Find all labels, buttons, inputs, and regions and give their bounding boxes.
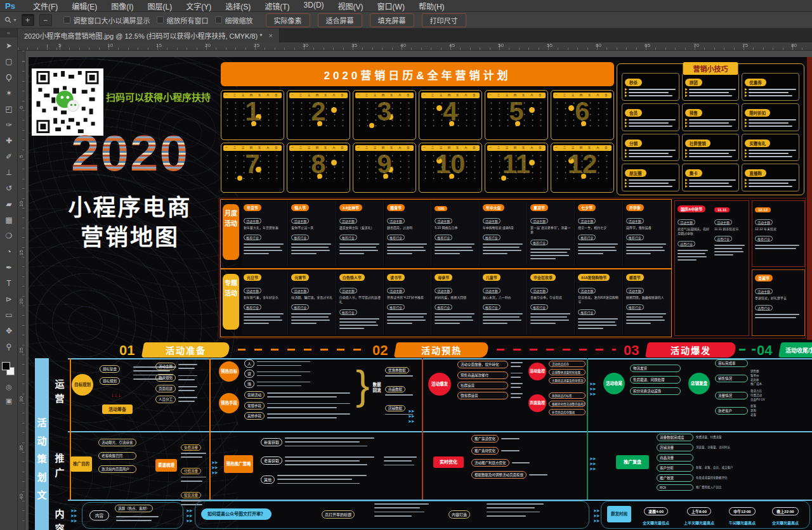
- menu-item[interactable]: 图像(I): [111, 1, 133, 11]
- row-divider: [68, 431, 812, 432]
- promo-title: 国庆&中秋节: [678, 205, 705, 212]
- item-text-lines: [257, 370, 313, 377]
- review-sub-text: 免费流量、付费流量: [696, 436, 722, 440]
- menu-item[interactable]: 窗口(W): [377, 1, 405, 11]
- tool-button[interactable]: ▦: [0, 212, 18, 228]
- option-button[interactable]: 适合屏幕: [318, 13, 362, 27]
- flow-arrows-icon: [408, 409, 414, 424]
- menu-item[interactable]: 帮助(H): [419, 1, 445, 11]
- option-checkbox[interactable]: 调整窗口大小以满屏显示: [63, 15, 150, 25]
- ruler-tick-label: 15: [18, 207, 24, 255]
- menu-item[interactable]: 滤镜(T): [265, 1, 289, 11]
- ruler-tick-label: 10: [107, 42, 156, 48]
- node-activity-prep: 活动筹备: [102, 404, 133, 414]
- tip-text-lines: [745, 89, 796, 96]
- poster-right-border: [807, 57, 812, 340]
- item-text-lines: [512, 461, 531, 465]
- industry-tag: 推荐行业: [291, 235, 309, 240]
- review-sub-text: 销售额 客单价 毛利率 推广成本: [750, 370, 806, 387]
- option-button[interactable]: 打印尺寸: [422, 13, 466, 27]
- column-border: [70, 358, 71, 500]
- tool-button[interactable]: ▢: [0, 53, 18, 69]
- option-checkbox[interactable]: 细微缩放: [215, 15, 253, 25]
- option-checkbox[interactable]: 缩放所有窗口: [157, 15, 209, 25]
- item-text-lines: [529, 473, 548, 477]
- ruler-tick-label: 80: [791, 42, 812, 48]
- industry-text-lines: [530, 249, 572, 259]
- closing-item: 物流发货: [630, 365, 681, 372]
- color-swatches[interactable]: [0, 361, 18, 380]
- time-note: 午间曝光最高点: [723, 520, 762, 526]
- ruler-tick-label: 55: [547, 42, 596, 48]
- tool-preset-dropdown-icon[interactable]: ▾: [14, 17, 16, 23]
- phase-banner-3: 活动爆发: [645, 342, 737, 358]
- tool-button[interactable]: ➤: [0, 37, 18, 53]
- scan-hint-text: 扫码可以获得小程序扶持: [106, 90, 211, 103]
- screen-mode-icon[interactable]: ▣: [0, 394, 18, 408]
- menu-item[interactable]: 选择(S): [225, 1, 251, 11]
- activity-title: 818发烧购物节: [578, 274, 610, 281]
- option-button[interactable]: 实际像素: [266, 13, 310, 27]
- checkbox-icon[interactable]: [215, 16, 222, 23]
- menu-item[interactable]: 文字(Y): [186, 1, 211, 11]
- tool-button[interactable]: Ϙ: [0, 69, 18, 85]
- tool-button[interactable]: T: [0, 275, 18, 291]
- industry-tag: 推荐行业: [387, 235, 405, 240]
- theme-text: 年中购物狂欢 盛典6月: [483, 226, 525, 230]
- industry-text-lines: [387, 313, 429, 324]
- foreground-color-swatch[interactable]: [2, 362, 10, 370]
- tool-button[interactable]: ✥: [0, 323, 18, 339]
- zoom-in-button[interactable]: +: [22, 14, 34, 26]
- sub-branch-lines: [384, 455, 419, 467]
- tool-button[interactable]: ▰: [0, 196, 18, 212]
- checkbox-icon[interactable]: [157, 16, 164, 23]
- tool-button[interactable]: ✚: [0, 132, 18, 148]
- canvas-area[interactable]: 扫码可以获得小程序扶持 2020 小程序电商 营销地图 2020营销日历&全年营…: [25, 51, 812, 530]
- document-tab[interactable]: 2020小程序电商营销地图.jpg @ 12.5% (扫码可以获得小程序扶持, …: [18, 29, 280, 42]
- tip-label: 限时折扣: [745, 109, 770, 117]
- theme-text: 新年新气象，全年好彩头: [244, 295, 285, 300]
- item-text-lines: [178, 396, 199, 403]
- menu-item[interactable]: 视图(V): [338, 1, 363, 11]
- tool-button[interactable]: ❍: [0, 228, 18, 243]
- tool-button[interactable]: ⊳: [0, 291, 18, 307]
- tool-button[interactable]: ◰: [0, 101, 18, 117]
- tool-button[interactable]: ✐: [0, 148, 18, 164]
- menu-item[interactable]: 图层(L): [148, 1, 173, 11]
- node-content: 内容: [89, 510, 109, 520]
- tool-button[interactable]: ▭: [0, 307, 18, 323]
- flow-arrows-icon: [70, 508, 77, 524]
- panel-collapse-icon[interactable]: «: [0, 29, 17, 37]
- tool-button[interactable]: ↺: [0, 180, 18, 196]
- burst-item: 社群运营: [457, 382, 523, 389]
- tool-button[interactable]: ⊥: [0, 164, 18, 180]
- big-promo-card: 11.11 活动主题 11.11 剁手狂欢节 适用行业: [712, 201, 749, 335]
- tool-button[interactable]: ◔: [0, 243, 18, 259]
- send-time-slot: 上午8:00 上半天曝光最高点: [679, 504, 719, 526]
- theme-tag: 活动主题: [626, 218, 644, 224]
- industry-text-lines: [387, 243, 429, 254]
- ruler-tick-label: 30: [303, 42, 351, 48]
- checkbox-icon[interactable]: [63, 16, 70, 23]
- node-channel-sorting: 渠道梳理: [155, 459, 177, 472]
- phase-dash-line: [739, 349, 756, 351]
- tool-button[interactable]: ✑: [0, 117, 18, 132]
- zoom-out-button[interactable]: −: [39, 14, 52, 26]
- pvs-item: 场: [244, 380, 313, 388]
- option-button[interactable]: 填充屏幕: [370, 13, 414, 27]
- purpose-item: 激活站内页面用户: [98, 465, 136, 473]
- content-craft-pill: 内容打造: [449, 510, 470, 519]
- tool-button[interactable]: ⚲: [0, 339, 18, 354]
- special-activities-label: 专题活动: [223, 274, 239, 330]
- closing-item: 积分兑换活动返场: [630, 387, 681, 395]
- menu-item[interactable]: 编辑(E): [72, 1, 97, 11]
- close-tab-icon[interactable]: ×: [268, 32, 272, 39]
- ruler-tick-label: 5: [18, 109, 24, 158]
- menu-item[interactable]: 3D(D): [304, 1, 324, 11]
- industry-tag: 推荐行业: [530, 304, 548, 310]
- menu-item[interactable]: 文件(F): [33, 1, 58, 11]
- theme-text: 青春毕业季，毕业狂欢: [530, 295, 572, 300]
- tool-button[interactable]: ✒: [0, 259, 18, 275]
- tool-button[interactable]: ✶: [0, 85, 18, 101]
- quick-mask-icon[interactable]: ◎: [0, 380, 18, 394]
